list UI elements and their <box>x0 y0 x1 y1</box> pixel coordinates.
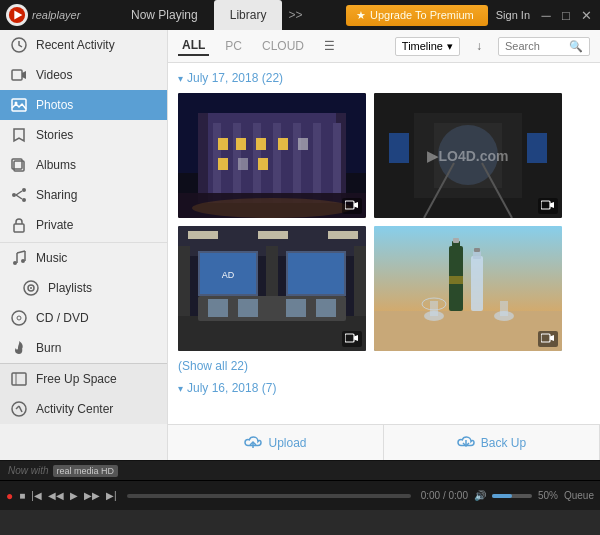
svg-rect-68 <box>188 231 218 239</box>
queue-label: Queue <box>564 490 594 501</box>
sidebar-item-photos[interactable]: Photos <box>0 90 167 120</box>
svg-rect-43 <box>236 138 246 150</box>
upload-cloud-icon <box>244 436 262 450</box>
realplayer-logo <box>6 4 28 26</box>
svg-line-20 <box>17 251 25 253</box>
chevron-icon: ▾ <box>178 73 183 84</box>
rewind-button[interactable]: ◀◀ <box>48 490 64 501</box>
sidebar-item-sharing[interactable]: Sharing <box>0 180 167 210</box>
window-controls: ─ □ ✕ <box>538 8 594 23</box>
svg-rect-38 <box>273 123 281 203</box>
sidebar-item-activity[interactable]: Activity Center <box>0 394 167 424</box>
sort-icon[interactable]: ↓ <box>476 39 482 53</box>
date-header-2[interactable]: ▾ July 16, 2018 (7) <box>178 381 590 395</box>
filter-cloud[interactable]: CLOUD <box>258 37 308 55</box>
filter-all[interactable]: ALL <box>178 36 209 56</box>
svg-rect-89 <box>374 311 562 351</box>
svg-rect-95 <box>473 251 481 259</box>
sidebar-item-burn[interactable]: Burn <box>0 333 167 363</box>
sidebar-item-playlists[interactable]: Playlists <box>0 273 167 303</box>
sidebar-item-music[interactable]: Music <box>0 243 167 273</box>
search-input[interactable] <box>505 40 565 52</box>
stop-button[interactable]: ■ <box>19 490 25 501</box>
volume-bar[interactable] <box>492 494 532 498</box>
maximize-button[interactable]: □ <box>558 8 574 23</box>
svg-rect-70 <box>328 231 358 239</box>
tab-library[interactable]: Library <box>214 0 283 30</box>
show-all-link[interactable]: (Show all 22) <box>178 359 590 373</box>
filter-pc[interactable]: PC <box>221 37 246 55</box>
svg-rect-82 <box>238 299 258 317</box>
play-button[interactable]: ▶ <box>70 490 78 501</box>
minimize-button[interactable]: ─ <box>538 8 554 23</box>
photo-thumb-4[interactable] <box>374 226 562 351</box>
private-icon <box>10 216 28 234</box>
prev-button[interactable]: |◀ <box>31 490 42 501</box>
music-icon <box>10 249 28 267</box>
backup-button[interactable]: Back Up <box>384 425 600 460</box>
svg-rect-52 <box>345 201 354 209</box>
player-progress-bar[interactable] <box>127 494 411 498</box>
photo-thumb-1[interactable] <box>178 93 366 218</box>
search-icon: 🔍 <box>569 40 583 53</box>
sidebar-item-private[interactable]: Private <box>0 210 167 240</box>
nav-arrow[interactable]: >> <box>282 8 308 22</box>
svg-rect-83 <box>286 299 306 317</box>
tab-now-playing[interactable]: Now Playing <box>115 0 214 30</box>
timeline-dropdown[interactable]: Timeline ▾ <box>395 37 460 56</box>
date-header-1[interactable]: ▾ July 17, 2018 (22) <box>178 71 590 85</box>
upload-button[interactable]: Upload <box>168 425 384 460</box>
search-box[interactable]: 🔍 <box>498 37 590 56</box>
svg-rect-39 <box>293 123 301 203</box>
svg-point-12 <box>12 193 16 197</box>
photo-thumb-3[interactable]: AD <box>178 226 366 351</box>
svg-rect-3 <box>12 70 22 80</box>
sidebar-item-recent[interactable]: Recent Activity <box>0 30 167 60</box>
svg-rect-101 <box>500 301 508 316</box>
chevron-icon-2: ▾ <box>178 383 183 394</box>
next-button[interactable]: ▶| <box>106 490 117 501</box>
svg-line-30 <box>19 406 22 412</box>
sidebar-item-albums[interactable]: Albums <box>0 150 167 180</box>
activity-icon <box>10 400 28 418</box>
svg-rect-59 <box>389 133 409 163</box>
record-button[interactable]: ● <box>6 489 13 503</box>
svg-rect-49 <box>258 158 268 170</box>
logo: realplayer <box>0 4 115 26</box>
svg-rect-98 <box>430 301 438 316</box>
svg-rect-64 <box>541 201 550 209</box>
sidebar-item-videos[interactable]: Videos <box>0 60 167 90</box>
svg-text:AD: AD <box>222 270 235 280</box>
upgrade-button[interactable]: ★Upgrade To Premium <box>346 5 488 26</box>
svg-rect-45 <box>278 138 288 150</box>
svg-rect-94 <box>471 256 483 311</box>
video-icon <box>10 66 28 84</box>
fast-forward-button[interactable]: ▶▶ <box>84 490 100 501</box>
photo-thumb-2[interactable]: ▶LO4D.com <box>374 93 562 218</box>
close-button[interactable]: ✕ <box>578 8 594 23</box>
svg-rect-93 <box>449 276 463 284</box>
svg-rect-79 <box>178 316 366 351</box>
albums-icon <box>10 156 28 174</box>
svg-rect-47 <box>218 158 228 170</box>
svg-point-25 <box>17 316 21 320</box>
svg-rect-40 <box>313 123 321 203</box>
volume-icon[interactable]: 🔊 <box>474 490 486 501</box>
sidebar-item-cddvd[interactable]: CD / DVD <box>0 303 167 333</box>
sidebar-item-freeup[interactable]: Free Up Space <box>0 364 167 394</box>
playlists-icon <box>22 279 40 297</box>
photo-type-icon-4 <box>538 331 558 347</box>
upload-bar: Upload Back Up <box>168 424 600 460</box>
photo-type-icon-3 <box>342 331 362 347</box>
backup-cloud-icon <box>457 436 475 450</box>
brand-name: realplayer <box>32 9 80 21</box>
player-time: 0:00 / 0:00 <box>421 490 468 501</box>
photo-type-icon-1 <box>342 198 362 214</box>
menu-icon[interactable]: ☰ <box>324 39 335 53</box>
photo-type-icon-2 <box>538 198 558 214</box>
photo-row-2: AD <box>178 226 590 351</box>
main-layout: Recent Activity Videos Photos Stories Al… <box>0 30 600 460</box>
sidebar-item-stories[interactable]: Stories <box>0 120 167 150</box>
svg-point-11 <box>22 198 26 202</box>
signin-button[interactable]: Sign In <box>496 9 530 21</box>
